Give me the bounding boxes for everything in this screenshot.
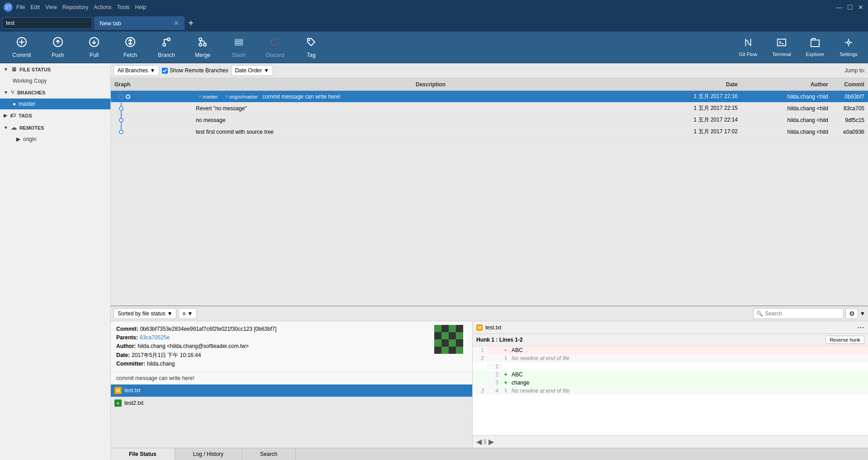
tab-search[interactable]: Search — [242, 448, 296, 460]
git-flow-button[interactable]: Git Flow — [732, 33, 764, 62]
svg-rect-42 — [456, 332, 463, 339]
menu-actions[interactable]: Actions — [94, 4, 111, 10]
scroll-handle-icon: ⦀ — [484, 438, 487, 446]
tab-bar: New tab ✕ + — [0, 14, 868, 32]
terminal-button[interactable]: Terminal — [766, 33, 797, 62]
menu-view[interactable]: View — [45, 4, 57, 10]
new-tab-button[interactable]: + — [185, 17, 197, 29]
current-tab[interactable]: New tab ✕ — [94, 16, 185, 30]
close-button[interactable]: ✕ — [857, 4, 864, 11]
origin-label: origin — [23, 136, 36, 142]
tab-file-status[interactable]: File Status — [111, 448, 175, 460]
pull-label: Pull — [90, 52, 99, 58]
file-status-label: FILE STATUS — [19, 67, 51, 72]
graph-row-2-desc: no message — [192, 117, 669, 123]
svg-rect-16 — [235, 39, 242, 41]
explorer-label: Explorer — [806, 52, 825, 57]
menu-edit[interactable]: Edit — [30, 4, 40, 10]
search-input[interactable] — [765, 310, 840, 317]
tags-icon: 🏷 — [10, 112, 16, 119]
pull-icon — [89, 37, 100, 50]
view-mode-dropdown[interactable]: ≡ ▼ — [178, 308, 197, 319]
date-order-label: Date Order — [235, 67, 262, 74]
scroll-right-icon[interactable]: ▶ — [489, 437, 494, 446]
branch-label: Branch — [158, 52, 175, 58]
discard-button[interactable]: Discard — [257, 33, 293, 62]
tab-close-button[interactable]: ✕ — [174, 19, 179, 27]
show-remote-checkbox[interactable] — [162, 68, 168, 74]
sidebar: ▼ 🖥 FILE STATUS Working Copy ▼ ⑂ BRANCHE… — [0, 63, 111, 460]
tab-log-history[interactable]: Log / History — [175, 448, 242, 460]
gear-button[interactable]: ⚙ — [845, 308, 858, 319]
date-order-dropdown[interactable]: Date Order ▼ — [231, 65, 273, 76]
reverse-hunk-button[interactable]: Reverse hunk — [825, 336, 864, 344]
menu-help[interactable]: Help — [135, 4, 147, 10]
graph-row-0[interactable]: ⑂ master ⑂ origin/master commit message … — [111, 91, 868, 103]
pull-button[interactable]: Pull — [76, 33, 112, 62]
sort-dropdown[interactable]: Sorted by file status ▼ — [114, 308, 176, 319]
scroll-left-icon[interactable]: ◀ — [476, 437, 482, 446]
terminal-label: Terminal — [772, 52, 791, 57]
app-logo: ST — [4, 3, 13, 12]
content-area: All Branches ▼ Show Remote Branches Date… — [111, 63, 868, 460]
graph-row-1[interactable]: Revert "no message" 1 五月 2017 22:15 hild… — [111, 103, 868, 114]
show-remote-label[interactable]: Show Remote Branches — [162, 67, 228, 74]
graph-row-2[interactable]: no message 1 五月 2017 22:14 hilda.chang <… — [111, 114, 868, 126]
graph-row-3-graph — [111, 126, 192, 138]
graph-row-1-date: 1 五月 2017 22:15 — [669, 104, 741, 112]
commit-icon — [16, 37, 27, 50]
committer-label: Committer: — [116, 360, 145, 368]
gear-dropdown-btn[interactable]: ▼ — [860, 310, 865, 317]
diff-more-button[interactable]: ⋯ — [857, 323, 864, 332]
sidebar-item-master[interactable]: ● master — [0, 99, 110, 109]
graph-row-2-graph — [111, 114, 192, 126]
fetch-button[interactable]: Fetch — [112, 33, 148, 62]
minimize-button[interactable]: — — [835, 4, 843, 11]
sidebar-item-working-copy[interactable]: Working Copy — [0, 75, 110, 86]
commit-meta: Commit: 0b63bf7353e2834ee991af7c6f2fe021… — [111, 321, 472, 372]
svg-rect-47 — [434, 347, 441, 354]
svg-rect-50 — [456, 347, 463, 354]
commit-hash-value: 0b63bf7353e2834ee991af7c6f2fe021f30cc123… — [140, 325, 277, 333]
svg-point-13 — [199, 43, 202, 46]
diff-line-0-code: ABC — [508, 347, 868, 353]
menu-tools[interactable]: Tools — [117, 4, 130, 10]
graph-row-0-description: commit message can write here! — [262, 94, 341, 100]
sidebar-item-origin[interactable]: ▶ origin — [0, 134, 110, 145]
branch-filter-dropdown[interactable]: All Branches ▼ — [114, 65, 159, 76]
git-flow-label: Git Flow — [739, 52, 757, 57]
sidebar-section-tags[interactable]: ▶ 🏷 TAGS — [0, 109, 110, 122]
file-item-1[interactable]: + test2.txt — [111, 397, 472, 410]
search-box: 🔍 — [753, 308, 844, 319]
discard-icon — [270, 37, 280, 50]
file-badge-0: M — [114, 387, 122, 394]
branch-icon-small: ⑂ — [199, 94, 201, 99]
push-button[interactable]: Push — [40, 33, 76, 62]
graph-row-3-author: hilda.chang <hild — [741, 129, 832, 135]
settings-button[interactable]: Settings — [833, 33, 864, 62]
col-header-author: Author — [741, 81, 832, 88]
branch-button[interactable]: Branch — [148, 33, 185, 62]
hunk-label: Hunk 1 : Lines 1-2 — [476, 337, 523, 343]
parents-link[interactable]: 83ca70525e — [140, 333, 170, 342]
tags-chevron: ▶ — [4, 113, 7, 118]
branch-icon — [161, 37, 172, 50]
terminal-icon — [777, 38, 787, 50]
date-field: Date: 2017年5月1日 下午 10:16:44 — [116, 351, 467, 360]
menu-file[interactable]: File — [16, 4, 25, 10]
maximize-button[interactable]: ☐ — [846, 4, 854, 11]
stash-button[interactable]: Stash — [221, 33, 257, 62]
file-item-0[interactable]: M test.txt — [111, 385, 472, 397]
repo-search-input[interactable] — [2, 17, 92, 29]
sidebar-section-branches[interactable]: ▼ ⑂ BRANCHES — [0, 86, 110, 99]
tag-button[interactable]: Tag — [293, 33, 329, 62]
sidebar-section-remotes[interactable]: ▼ ☁ REMOTES — [0, 122, 110, 134]
graph-row-3[interactable]: test first commit with source tree 1 五月 … — [111, 126, 868, 138]
graph-header: Graph Description Date Author Commit — [111, 78, 868, 91]
merge-button[interactable]: Merge — [185, 33, 221, 62]
sidebar-section-file-status[interactable]: ▼ 🖥 FILE STATUS — [0, 63, 110, 75]
explorer-button[interactable]: Explorer — [799, 33, 831, 62]
diff-line-1-code: No newline at end of file — [508, 355, 868, 361]
menu-repository[interactable]: Repository — [62, 4, 88, 10]
commit-button[interactable]: Commit — [4, 33, 40, 62]
